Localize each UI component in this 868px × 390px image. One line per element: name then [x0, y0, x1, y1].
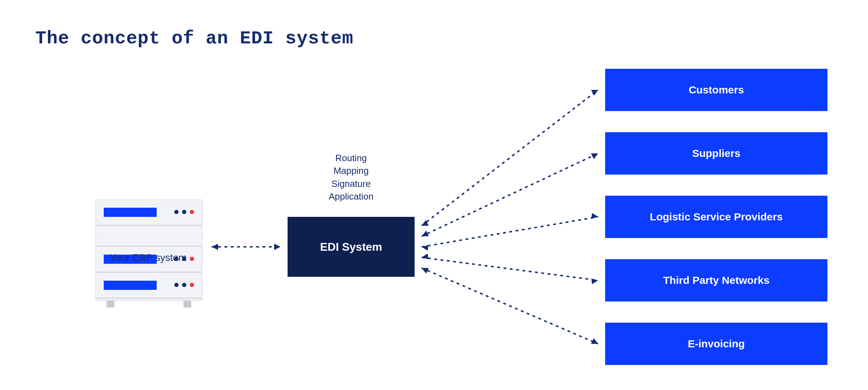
edi-meta-item: Routing — [288, 152, 415, 164]
svg-marker-10 — [422, 245, 428, 251]
svg-marker-5 — [591, 90, 598, 96]
partner-box-einvoicing: E-invoicing — [605, 323, 827, 365]
arrow-edi-einvoicing — [422, 268, 598, 344]
edi-meta-list: Routing Mapping Signature Application — [288, 152, 415, 203]
partner-label: E-invoicing — [688, 338, 745, 350]
partner-label: Third Party Networks — [663, 274, 770, 286]
erp-label: Your ERP system — [95, 252, 201, 263]
svg-marker-17 — [591, 338, 598, 344]
svg-marker-13 — [422, 254, 428, 259]
svg-marker-8 — [591, 153, 598, 159]
svg-marker-11 — [591, 213, 598, 219]
partner-label: Suppliers — [692, 147, 741, 159]
svg-line-9 — [422, 217, 598, 247]
arrow-edi-networks — [422, 254, 598, 284]
partner-label: Customers — [689, 84, 744, 96]
partner-box-logistic: Logistic Service Providers — [605, 196, 827, 238]
edi-meta-item: Signature — [288, 177, 415, 190]
partner-label: Logistic Service Providers — [650, 211, 783, 223]
partner-box-networks: Third Party Networks — [605, 259, 827, 301]
arrow-edi-logistic — [422, 213, 598, 251]
edi-meta-item: Mapping — [288, 164, 415, 177]
svg-marker-7 — [422, 231, 429, 236]
arrow-edi-customers — [422, 90, 598, 226]
edi-system-box: EDI System — [288, 217, 415, 277]
svg-line-15 — [422, 268, 598, 344]
svg-marker-16 — [422, 268, 429, 274]
server-icon — [95, 199, 203, 301]
svg-marker-14 — [591, 279, 598, 284]
edi-label: EDI System — [320, 240, 382, 254]
arrow-edi-suppliers — [422, 153, 598, 236]
svg-marker-2 — [274, 244, 281, 250]
svg-line-3 — [422, 90, 598, 226]
partner-list: Customers Suppliers Logistic Service Pro… — [605, 69, 827, 365]
diagram-title: The concept of an EDI system — [35, 28, 354, 49]
partner-box-suppliers: Suppliers — [605, 132, 827, 175]
partner-box-customers: Customers — [605, 69, 827, 111]
arrow-erp-edi — [212, 244, 281, 250]
svg-line-6 — [422, 153, 598, 236]
svg-marker-1 — [212, 244, 218, 250]
erp-system-block: Your ERP system — [95, 199, 201, 300]
svg-marker-4 — [422, 220, 429, 226]
edi-meta-item: Application — [288, 190, 415, 203]
svg-line-12 — [422, 257, 598, 280]
